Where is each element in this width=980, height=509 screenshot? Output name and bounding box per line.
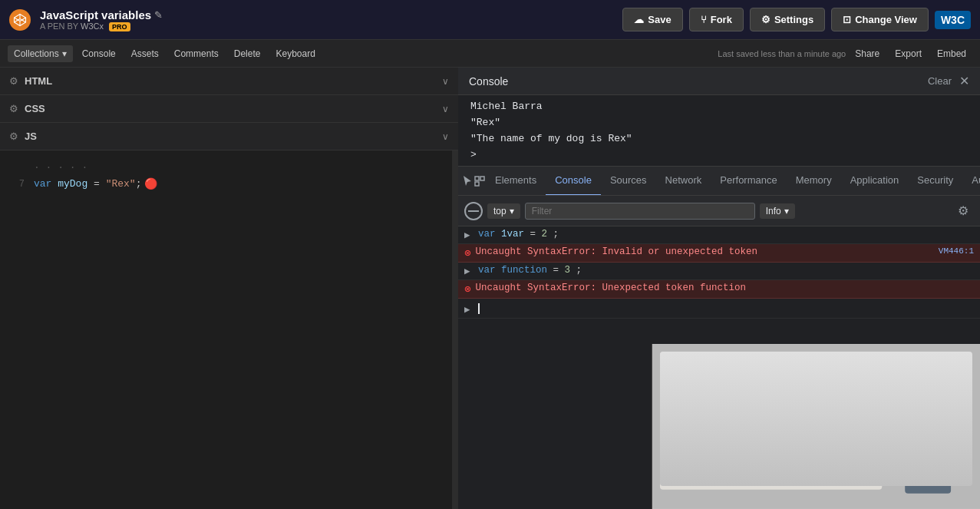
console-header: Console Clear ✕ (458, 68, 980, 95)
msg-row-2: ▶ var function = 3 ; (458, 263, 980, 280)
msg-error-2: ⊗ Uncaught SyntaxError: Unexpected token… (458, 280, 980, 299)
tab-elements[interactable]: Elements (486, 167, 546, 196)
no-entry-icon[interactable] (464, 202, 483, 220)
collections-label: Collections (14, 48, 59, 59)
devtools-tabs: Elements Console Sources Network Perform… (458, 167, 980, 196)
cursor-icon-btn[interactable] (461, 169, 474, 193)
gear-icon: ⚙ (761, 14, 770, 25)
devtools-panel: Console Clear ✕ Michel Barra "Rex" "The … (458, 68, 980, 509)
console-title: Console (469, 75, 928, 88)
context-chevron: ▾ (510, 206, 514, 216)
code-line-7: 7 var myDog = "Rex"; 🔴 (0, 175, 458, 193)
context-select[interactable]: top ▾ (487, 203, 520, 219)
edit-title-icon[interactable]: ✎ (154, 9, 163, 21)
element-picker-btn[interactable] (474, 169, 486, 193)
console-tab-button[interactable]: Console (76, 45, 122, 62)
svg-text:domain: domain (668, 385, 688, 392)
settings-button[interactable]: ⚙ Settings (750, 8, 825, 31)
svg-rect-9 (475, 182, 479, 186)
msg-error-1: ⊗ Uncaught SyntaxError: Invalid or unexp… (458, 244, 980, 263)
fork-button[interactable]: ⑂ Fork (689, 8, 744, 31)
pen-title[interactable]: JavaScript variables (40, 8, 151, 21)
tab-memory[interactable]: Memory (787, 167, 841, 196)
css-gear-icon: ⚙ (9, 103, 18, 114)
tab-audits[interactable]: Audits (962, 167, 980, 196)
level-select[interactable]: Info ▾ (760, 203, 795, 219)
tab-application[interactable]: Application (841, 167, 909, 196)
console-line-2: "Rex" (458, 114, 980, 131)
console-line-3: "The name of my dog is Rex" (458, 131, 980, 147)
svg-rect-11 (660, 352, 882, 490)
error-text-2: Uncaught SyntaxError: Unexpected token f… (475, 283, 974, 293)
svg-rect-7 (475, 177, 479, 180)
video-overlay: A = [1,2,3,4] domain 03 330 function (652, 344, 980, 509)
expand-arrow-1[interactable]: ▶ (464, 229, 475, 241)
tab-security[interactable]: Security (908, 167, 962, 196)
collections-button[interactable]: Collections ▾ (8, 45, 73, 62)
console-input-row[interactable]: ▶ (458, 299, 980, 319)
export-button[interactable]: Export (889, 45, 928, 62)
console-input[interactable] (478, 303, 480, 314)
input-prompt-arrow: ▶ (464, 303, 475, 316)
js-gear-icon: ⚙ (9, 131, 18, 142)
collections-toolbar: Collections ▾ Console Assets Comments De… (0, 40, 980, 68)
pen-title-group: JavaScript variables ✎ A PEN BY W3Cx PRO (40, 8, 613, 31)
css-chevron-icon: ∨ (442, 104, 449, 114)
error-icon-1: ⊗ (464, 246, 470, 259)
html-section-header[interactable]: ⚙ HTML ∨ (0, 68, 458, 95)
keyboard-button[interactable]: Keyboard (269, 45, 321, 62)
topbar-buttons: ☁ Save ⑂ Fork ⚙ Settings ⊡ Change View W… (622, 8, 971, 31)
save-icon: ☁ (634, 14, 644, 25)
html-gear-icon: ⚙ (9, 75, 18, 87)
code-editor[interactable]: . . . . . 7 var myDog = "Rex"; 🔴 (0, 150, 458, 509)
tab-console[interactable]: Console (546, 167, 601, 196)
css-section-header[interactable]: ⚙ CSS ∨ (0, 95, 458, 123)
assets-button[interactable]: Assets (125, 45, 165, 62)
svg-point-17 (905, 378, 951, 432)
w3c-badge: W3C (935, 11, 971, 29)
codepen-logo (9, 9, 31, 31)
video-feed: A = [1,2,3,4] domain 03 330 function (652, 344, 980, 509)
console-prompt-line: > (458, 147, 980, 163)
expand-arrow-2[interactable]: ▶ (464, 265, 475, 277)
html-chevron-icon: ∨ (442, 76, 449, 87)
close-devtools-button[interactable]: ✕ (959, 74, 969, 88)
embed-button[interactable]: Embed (931, 45, 972, 62)
error-link-1[interactable]: VM446:1 (939, 246, 974, 256)
code-msg-1: var 1var = 2 ; (478, 229, 559, 240)
delete-button[interactable]: Delete (228, 45, 267, 62)
svg-text:03 330: 03 330 (668, 404, 687, 411)
pen-byline: A PEN BY W3Cx PRO (40, 21, 613, 31)
comments-button[interactable]: Comments (168, 45, 225, 62)
tab-network[interactable]: Network (656, 167, 711, 196)
save-button[interactable]: ☁ Save (622, 8, 682, 31)
video-svg: A = [1,2,3,4] domain 03 330 function (652, 344, 980, 509)
change-view-button[interactable]: ⊡ Change View (831, 8, 929, 31)
topbar: JavaScript variables ✎ A PEN BY W3Cx PRO… (0, 0, 980, 40)
filter-input[interactable] (525, 203, 755, 220)
svg-text:function: function (668, 415, 689, 422)
svg-rect-18 (905, 432, 951, 494)
saved-status: Last saved less than a minute ago (718, 49, 846, 58)
devtools-toolbar: top ▾ Info ▾ ⚙ (458, 196, 980, 226)
js-chevron-icon: ∨ (442, 131, 449, 142)
tab-sources[interactable]: Sources (601, 167, 656, 196)
cursor-blink (478, 303, 480, 314)
level-label: Info (766, 206, 781, 216)
svg-rect-10 (652, 344, 980, 508)
tab-performance[interactable]: Performance (711, 167, 786, 196)
code-line-dots: . . . . . (0, 157, 458, 175)
editor-scrollbar[interactable] (452, 150, 458, 509)
clear-button[interactable]: Clear (928, 75, 952, 87)
fork-icon: ⑂ (701, 14, 707, 25)
pro-badge: PRO (109, 22, 130, 31)
error-icon-2: ⊗ (464, 283, 470, 296)
svg-rect-8 (480, 177, 484, 180)
error-text-1: Uncaught SyntaxError: Invalid or unexpec… (475, 246, 938, 257)
msg-row-1: ▶ var 1var = 2 ; (458, 226, 980, 244)
console-settings-button[interactable]: ⚙ (952, 200, 974, 222)
js-section-header[interactable]: ⚙ JS ∨ (0, 123, 458, 150)
share-button[interactable]: Share (849, 45, 886, 62)
console-line-1: Michel Barra (458, 98, 980, 114)
error-indicator: 🔴 (144, 177, 157, 192)
